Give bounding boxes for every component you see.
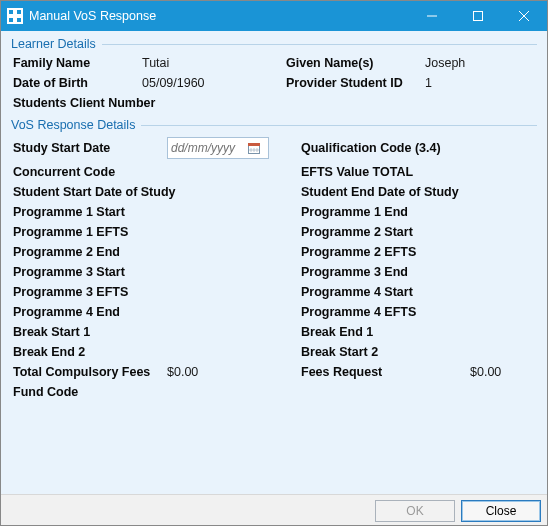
study-start-date-field bbox=[167, 137, 269, 159]
family-name-value: Tutai bbox=[142, 56, 282, 70]
given-names-label: Given Name(s) bbox=[286, 56, 421, 70]
learner-details-title: Learner Details bbox=[11, 37, 96, 51]
fees-req-value: $0.00 bbox=[470, 365, 535, 379]
concurrent-label: Concurrent Code bbox=[13, 165, 163, 179]
p2-end-label: Programme 2 End bbox=[13, 245, 163, 259]
p2-start-label: Programme 2 Start bbox=[301, 225, 466, 239]
app-icon bbox=[7, 8, 23, 24]
provider-id-value: 1 bbox=[425, 76, 535, 90]
svg-rect-1 bbox=[9, 10, 13, 14]
family-name-label: Family Name bbox=[13, 56, 138, 70]
p4-end-label: Programme 4 End bbox=[13, 305, 163, 319]
vos-details-title: VoS Response Details bbox=[11, 118, 135, 132]
minimize-button[interactable] bbox=[409, 1, 455, 31]
study-start-input[interactable] bbox=[168, 140, 244, 156]
total-fees-label: Total Compulsory Fees bbox=[13, 365, 163, 379]
close-window-button[interactable] bbox=[501, 1, 547, 31]
dob-label: Date of Birth bbox=[13, 76, 138, 90]
learner-details-header: Learner Details bbox=[11, 37, 537, 51]
p4-efts-label: Programme 4 EFTS bbox=[301, 305, 466, 319]
titlebar: Manual VoS Response bbox=[1, 1, 547, 31]
svg-rect-2 bbox=[17, 10, 21, 14]
p1-efts-label: Programme 1 EFTS bbox=[13, 225, 163, 239]
footer-bar: OK Close bbox=[1, 494, 547, 526]
dob-value: 05/09/1960 bbox=[142, 76, 282, 90]
p3-efts-label: Programme 3 EFTS bbox=[13, 285, 163, 299]
fund-code-label: Fund Code bbox=[13, 385, 163, 399]
p3-start-label: Programme 3 Start bbox=[13, 265, 163, 279]
divider bbox=[141, 125, 537, 126]
qual-code-label: Qualification Code (3.4) bbox=[301, 141, 466, 155]
be1-label: Break End 1 bbox=[301, 325, 466, 339]
stu-end-label: Student End Date of Study bbox=[301, 185, 535, 199]
client-number-label: Students Client Number bbox=[13, 96, 282, 110]
p4-start-label: Programme 4 Start bbox=[301, 285, 466, 299]
svg-rect-10 bbox=[248, 143, 260, 146]
divider bbox=[102, 44, 537, 45]
svg-rect-6 bbox=[474, 12, 483, 21]
study-start-field-wrap bbox=[167, 137, 297, 159]
window-title: Manual VoS Response bbox=[29, 9, 156, 23]
svg-rect-3 bbox=[9, 18, 13, 22]
content-area: Learner Details Family Name Tutai Given … bbox=[1, 31, 547, 494]
bs2-label: Break Start 2 bbox=[301, 345, 466, 359]
p1-start-label: Programme 1 Start bbox=[13, 205, 163, 219]
p1-end-label: Programme 1 End bbox=[301, 205, 466, 219]
learner-details-group: Learner Details Family Name Tutai Given … bbox=[11, 37, 537, 114]
stu-start-label: Student Start Date of Study bbox=[13, 185, 297, 199]
ok-button[interactable]: OK bbox=[375, 500, 455, 522]
close-button[interactable]: Close bbox=[461, 500, 541, 522]
calendar-icon[interactable] bbox=[244, 138, 264, 158]
given-names-value: Joseph bbox=[425, 56, 535, 70]
maximize-button[interactable] bbox=[455, 1, 501, 31]
p3-end-label: Programme 3 End bbox=[301, 265, 466, 279]
efts-label: EFTS Value TOTAL bbox=[301, 165, 466, 179]
svg-rect-4 bbox=[17, 18, 21, 22]
vos-details-group: VoS Response Details Study Start Date bbox=[11, 118, 537, 403]
be2-label: Break End 2 bbox=[13, 345, 163, 359]
fees-req-label: Fees Request bbox=[301, 365, 466, 379]
total-fees-value: $0.00 bbox=[167, 365, 297, 379]
p2-efts-label: Programme 2 EFTS bbox=[301, 245, 466, 259]
study-start-label: Study Start Date bbox=[13, 141, 163, 155]
provider-id-label: Provider Student ID bbox=[286, 76, 421, 90]
vos-details-header: VoS Response Details bbox=[11, 118, 537, 132]
bs1-label: Break Start 1 bbox=[13, 325, 163, 339]
